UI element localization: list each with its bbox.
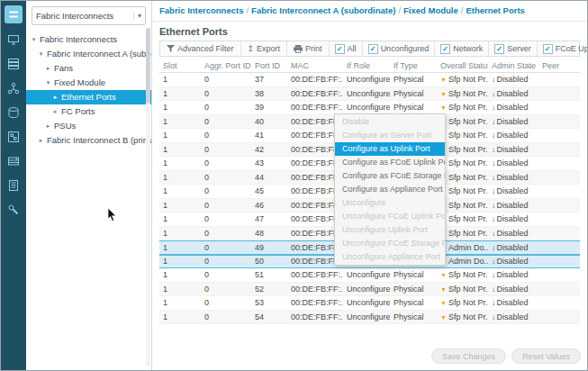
- column-header-mac[interactable]: MAC: [287, 61, 343, 70]
- admin-icon[interactable]: [5, 177, 22, 194]
- filter-server[interactable]: ✓Server: [489, 41, 538, 56]
- expand-caret-icon[interactable]: ▸: [37, 133, 45, 148]
- cell: 52: [251, 285, 287, 294]
- menu-item-configure-as-appliance-port[interactable]: Configure as Appliance Port: [335, 183, 445, 196]
- filter-funnel-icon: [167, 45, 175, 53]
- collapse-caret-icon[interactable]: ▾: [44, 76, 52, 90]
- checkbox-icon[interactable]: ✓: [368, 44, 378, 54]
- cell: 50: [251, 257, 287, 266]
- menu-item-configure-as-uplink-port[interactable]: Configure as Uplink Port: [335, 142, 445, 156]
- cell: 46: [251, 201, 287, 210]
- warning-status-icon: ▼: [440, 272, 447, 278]
- cell: Unconfigured: [343, 312, 390, 321]
- down-arrow-icon: ↓: [492, 270, 496, 279]
- breadcrumb: Fabric Interconnects/Fabric Interconnect…: [152, 1, 587, 22]
- column-header-aggr-port-id[interactable]: Aggr. Port ID: [201, 61, 251, 70]
- print-label: Print: [305, 44, 322, 53]
- tools-icon[interactable]: [5, 202, 22, 218]
- expand-caret-icon[interactable]: ▸: [51, 90, 59, 104]
- tree-item-fc-ports[interactable]: ▸FC Ports: [26, 104, 151, 119]
- san-icon[interactable]: [5, 104, 22, 121]
- cell: 1: [159, 201, 201, 210]
- breadcrumb-item-fixed-module[interactable]: Fixed Module: [403, 5, 458, 15]
- menu-item-unconfigure-fcoe-storage-port: Unconfigure FCoE Storage Port: [335, 237, 445, 250]
- column-header-overall-status[interactable]: Overall Status: [437, 61, 488, 70]
- print-button[interactable]: Print: [287, 41, 330, 56]
- column-header-slot[interactable]: Slot: [159, 61, 201, 70]
- column-header-admin-state[interactable]: Admin State: [488, 61, 538, 70]
- port-row-54[interactable]: 105400:DE:FB:FF:...UnconfiguredPhysical▼…: [159, 311, 580, 325]
- checkbox-icon[interactable]: ✓: [440, 44, 450, 54]
- admin-state-text: Disabled: [497, 158, 529, 167]
- navigation-panel: Fabric Interconnects ▾ ▾Fabric Interconn…: [26, 1, 152, 370]
- cell: 37: [251, 75, 287, 84]
- expand-caret-icon[interactable]: ▸: [44, 119, 52, 133]
- column-header-peer[interactable]: Peer: [538, 61, 580, 70]
- equipment-icon[interactable]: [5, 32, 22, 48]
- reset-values-button[interactable]: Reset Values: [511, 348, 581, 364]
- expand-caret-icon[interactable]: ▸: [51, 104, 59, 119]
- down-arrow-icon: ↓: [492, 257, 496, 266]
- advanced-filter-button[interactable]: Advanced Filter: [160, 41, 241, 56]
- breadcrumb-item-fabric-interconnect-a-subordinate[interactable]: Fabric Interconnect A (subordinate): [251, 5, 395, 15]
- menu-item-configure-as-fcoe-uplink-port[interactable]: Configure as FCoE Uplink Port: [335, 156, 445, 169]
- overall-status-cell: ▼Sfp Not Pr...: [437, 89, 488, 98]
- tree-item-fabric-interconnects[interactable]: ▾Fabric Interconnects: [26, 32, 151, 47]
- admin-state-text: Disabled: [497, 298, 529, 307]
- tree-item-psus[interactable]: ▸PSUs: [26, 119, 151, 133]
- cell: 0: [201, 285, 251, 294]
- cell: Unconfigured: [343, 89, 390, 98]
- expand-caret-icon[interactable]: ▸: [44, 61, 52, 76]
- menu-item-configure-as-server-port: Configure as Server Port: [335, 129, 445, 142]
- save-changes-button[interactable]: Save Changes: [431, 348, 506, 364]
- collapse-caret-icon[interactable]: ▾: [30, 32, 38, 47]
- filter-unconfigured[interactable]: ✓Unconfigured: [363, 41, 436, 56]
- lan-icon[interactable]: [5, 80, 22, 96]
- nav-scrollbar[interactable]: [146, 28, 150, 366]
- tree-item-fabric-interconnect-b-primary[interactable]: ▸Fabric Interconnect B (primary): [26, 133, 151, 148]
- tree-item-fabric-interconnect-a-subordinate[interactable]: ▾Fabric Interconnect A (subordinate): [26, 47, 151, 61]
- admin-state-cell: ↓Disabled: [488, 285, 538, 294]
- cell: 00:DE:FB:FF:...: [287, 270, 343, 279]
- filter-label: Server: [507, 44, 531, 53]
- filter-fcoe-uplink[interactable]: ✓FCoE Uplink: [538, 41, 588, 56]
- checkbox-icon[interactable]: ✓: [494, 44, 504, 54]
- cell: Physical: [390, 285, 437, 294]
- menu-item-configure-as-fcoe-storage-port[interactable]: Configure as FCoE Storage Port: [335, 169, 445, 183]
- down-arrow-icon: ↓: [492, 173, 496, 182]
- tree-item-fixed-module[interactable]: ▾Fixed Module: [26, 76, 151, 90]
- port-row-52[interactable]: 105200:DE:FB:FF:...UnconfiguredPhysical▼…: [159, 283, 580, 297]
- column-header-if-role[interactable]: If Role: [343, 61, 390, 70]
- port-row-53[interactable]: 105300:DE:FB:FF:...UnconfiguredPhysical▼…: [159, 296, 580, 311]
- port-row-38[interactable]: 103800:DE:FB:FF:...UnconfiguredPhysical▼…: [159, 87, 580, 102]
- port-row-37[interactable]: 103700:DE:FB:FF:...UnconfiguredPhysical▼…: [159, 73, 580, 87]
- filter-network[interactable]: ✓Network: [435, 41, 489, 56]
- down-arrow-icon: ↓: [492, 89, 496, 98]
- nav-scrollbar-thumb[interactable]: [146, 28, 150, 104]
- nav-tree: ▾Fabric Interconnects▾Fabric Interconnec…: [26, 32, 151, 148]
- nav-tree-selector-value: Fabric Interconnects: [36, 11, 113, 21]
- menu-item-unconfigure-fcoe-uplink-port: Unconfigure FCoE Uplink Port: [335, 210, 445, 223]
- breadcrumb-item-fabric-interconnects[interactable]: Fabric Interconnects: [159, 5, 243, 15]
- port-row-51[interactable]: 105100:DE:FB:FF:...UnconfiguredPhysical▼…: [159, 268, 580, 283]
- nav-tree-selector[interactable]: Fabric Interconnects ▾: [32, 6, 146, 25]
- checkbox-icon[interactable]: ✓: [543, 44, 553, 54]
- checkbox-icon[interactable]: ✓: [335, 44, 345, 54]
- breadcrumb-item-ethernet-ports[interactable]: Ethernet Ports: [466, 5, 524, 15]
- admin-state-cell: ↓Disabled: [488, 173, 538, 182]
- tree-item-ethernet-ports[interactable]: ▸Ethernet Ports: [26, 90, 151, 104]
- export-button[interactable]: ↥ Export: [241, 41, 288, 56]
- storage-icon[interactable]: [5, 153, 22, 169]
- admin-state-cell: ↓Disabled: [488, 117, 538, 126]
- column-header-if-type[interactable]: If Type: [390, 61, 437, 70]
- collapse-caret-icon[interactable]: ▾: [37, 47, 45, 61]
- column-header-port-id[interactable]: Port ID: [251, 61, 287, 70]
- admin-state-cell: ↓Disabled: [488, 201, 538, 210]
- cell: 39: [251, 103, 287, 112]
- chevron-down-icon[interactable]: ▾: [133, 12, 141, 20]
- vm-icon[interactable]: [5, 129, 22, 145]
- tree-item-fans[interactable]: ▸Fans: [26, 61, 151, 76]
- servers-icon[interactable]: [5, 56, 22, 72]
- ucs-logo-icon[interactable]: [5, 5, 23, 23]
- filter-all[interactable]: ✓All: [330, 41, 363, 56]
